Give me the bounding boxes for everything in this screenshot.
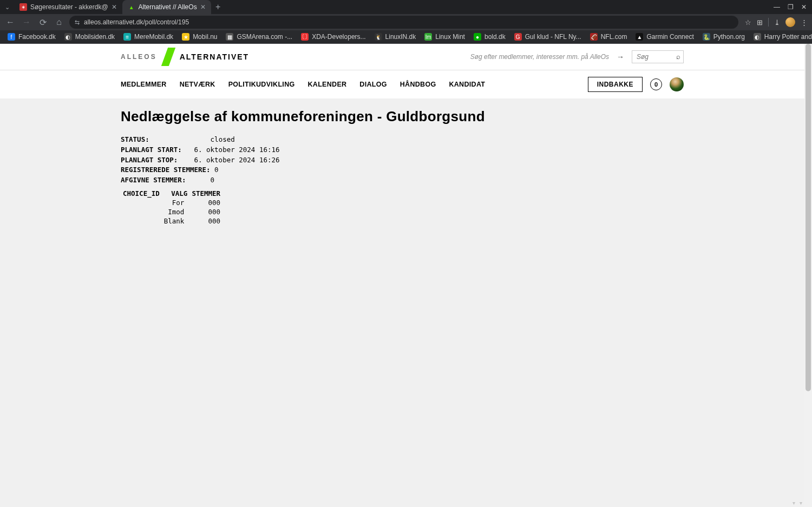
tab-title: Søgeresultater - akkerdk@	[30, 3, 108, 11]
close-icon[interactable]: ✕	[200, 3, 206, 11]
bookmark-favicon-icon: ◐	[754, 33, 761, 41]
tab-inactive[interactable]: ✶ Søgeresultater - akkerdk@ ✕	[14, 0, 122, 14]
cell-choice-id	[121, 198, 162, 207]
bookmark-favicon-icon: ●	[474, 33, 481, 41]
bookmark-item[interactable]: 🐍Python.org	[699, 31, 748, 42]
bookmark-favicon-icon: 🐧	[375, 33, 382, 41]
start-label: PLANLAGT START:	[121, 146, 182, 154]
stop-label: PLANLAGT STOP:	[121, 156, 178, 164]
scrollbar-track[interactable]	[804, 44, 812, 507]
nav-item[interactable]: POLITIKUDVIKLING	[228, 81, 295, 88]
bookmark-item[interactable]: GGul klud - NFL Ny...	[511, 31, 585, 42]
table-row: For000	[121, 198, 222, 207]
bookmark-favicon-icon: ★	[182, 33, 189, 41]
logo-left-text: ALLEOS	[121, 53, 157, 61]
bookmark-label: Python.org	[713, 33, 745, 41]
bookmark-label: Linux Mint	[435, 33, 465, 41]
bookmark-item[interactable]: 〔〕XDA-Developers...	[298, 31, 369, 42]
bookmark-item[interactable]: fFacebook.dk	[4, 31, 59, 42]
tab-title: Alternativet // AlleOs	[139, 3, 197, 11]
site-header: ALLEOS ALTERNATIVET Søg efter medlemmer,…	[0, 44, 804, 98]
nav-item[interactable]: HÅNDBOG	[400, 81, 436, 88]
new-tab-button[interactable]: +	[211, 0, 225, 14]
inbox-count-badge[interactable]: 0	[650, 78, 662, 90]
bookmark-label: Garmin Connect	[646, 33, 693, 41]
back-button[interactable]: ←	[4, 16, 16, 28]
primary-nav: MEDLEMMERNETVÆRKPOLITIKUDVIKLINGKALENDER…	[121, 81, 485, 88]
cast-value: 0	[211, 176, 215, 184]
bookmark-item[interactable]: ◐Harry Potter and...	[750, 31, 812, 42]
menu-icon[interactable]: ⋮	[801, 18, 808, 27]
bookmark-item[interactable]: lmLinux Mint	[421, 31, 468, 42]
bookmark-label: bold.dk	[484, 33, 506, 41]
bookmark-favicon-icon: lm	[424, 33, 432, 41]
forward-button[interactable]: →	[21, 16, 32, 28]
close-window-icon[interactable]: ✕	[801, 3, 807, 11]
nav-item[interactable]: KALENDER	[308, 81, 347, 88]
downloads-icon[interactable]: ⤓	[774, 18, 780, 27]
bookmark-label: Facebook.dk	[18, 33, 56, 41]
bookmark-star-icon[interactable]: ☆	[745, 18, 751, 27]
bookmark-item[interactable]: ◐Mobilsiden.dk	[61, 31, 118, 42]
avatar[interactable]	[670, 77, 684, 91]
bookmark-item[interactable]: 🏈NFL.com	[587, 31, 631, 42]
bookmark-item[interactable]: ▦GSMArena.com -...	[222, 31, 296, 42]
search-icon[interactable]: ⌕	[676, 52, 680, 61]
logo-right-text: ALTERNATIVET	[180, 52, 249, 61]
bookmark-label: Mobilsiden.dk	[75, 33, 115, 41]
browser-titlebar: ⌄ ✶ Søgeresultater - akkerdk@ ✕ ▲ Altern…	[0, 0, 812, 14]
bookmark-item[interactable]: ▲Garmin Connect	[632, 31, 697, 42]
bookmark-favicon-icon: ▲	[636, 33, 643, 41]
col-valg: VALG	[162, 189, 190, 198]
tab-group-chevron[interactable]: ⌄	[0, 0, 14, 14]
cast-label: AFGIVNE STEMMER:	[121, 176, 186, 184]
cell-valg: For	[162, 198, 190, 207]
site-info-icon[interactable]: ⇆	[75, 19, 80, 26]
registered-value: 0	[214, 166, 219, 174]
bookmark-favicon-icon: 🏈	[590, 33, 598, 41]
window-controls: — ❐ ✕	[768, 0, 812, 14]
col-stemmer: STEMMER	[189, 189, 222, 198]
address-bar[interactable]: ⇆ alleos.alternativet.dk/poll/control/19…	[69, 16, 738, 29]
extensions-icon[interactable]: ⊞	[757, 18, 763, 27]
bookmark-label: MereMobil.dk	[134, 33, 173, 41]
bookmark-favicon-icon: G	[514, 33, 522, 41]
site-logo[interactable]: ALLEOS ALTERNATIVET	[121, 48, 249, 66]
table-row: Imod000	[121, 207, 222, 216]
stop-value: 6. oktober 2024 16:26	[194, 156, 279, 164]
tab-active[interactable]: ▲ Alternativet // AlleOs ✕	[122, 0, 211, 14]
page-title: Nedlæggelse af kommuneforeningen - Guldb…	[121, 108, 684, 125]
bookmark-item[interactable]: ●bold.dk	[470, 31, 509, 42]
profile-icon[interactable]	[785, 17, 795, 27]
bookmark-item[interactable]: 🐧LinuxIN.dk	[371, 31, 420, 42]
bookmark-item[interactable]: ≡MereMobil.dk	[120, 31, 176, 42]
status-corner: ▾ ▾	[790, 499, 804, 507]
nav-item[interactable]: NETVÆRK	[180, 81, 215, 88]
inbox-button[interactable]: INDBAKKE	[588, 77, 643, 92]
cell-votes: 000	[189, 198, 222, 207]
bookmark-item[interactable]: ★Mobil.nu	[179, 31, 220, 42]
chevron-down-icon[interactable]: ▾	[800, 500, 802, 506]
home-button[interactable]: ⌂	[53, 16, 65, 28]
col-choice-id: CHOICE_ID	[121, 189, 162, 198]
reload-button[interactable]: ⟳	[37, 16, 49, 28]
scrollbar-thumb[interactable]	[806, 44, 811, 391]
nav-item[interactable]: MEDLEMMER	[121, 81, 167, 88]
bookmark-favicon-icon: ≡	[123, 33, 131, 41]
table-row: Blank000	[121, 216, 222, 226]
browser-toolbar: ← → ⟳ ⌂ ⇆ alleos.alternativet.dk/poll/co…	[0, 14, 812, 30]
bookmark-label: NFL.com	[601, 33, 627, 41]
nav-item[interactable]: KANDIDAT	[449, 81, 485, 88]
close-icon[interactable]: ✕	[112, 3, 117, 11]
minimize-icon[interactable]: —	[774, 3, 780, 11]
bookmark-label: Harry Potter and...	[764, 33, 812, 41]
separator	[768, 18, 769, 27]
chevron-down-icon[interactable]: ▾	[793, 500, 795, 506]
bookmark-label: LinuxIN.dk	[385, 33, 416, 41]
favicon-icon: ▲	[128, 3, 135, 11]
bookmark-favicon-icon: ▦	[226, 33, 233, 41]
main-area: Nedlæggelse af kommuneforeningen - Guldb…	[0, 98, 804, 477]
maximize-icon[interactable]: ❐	[788, 3, 794, 11]
nav-item[interactable]: DIALOG	[359, 81, 387, 88]
bookmark-favicon-icon: f	[8, 33, 15, 41]
